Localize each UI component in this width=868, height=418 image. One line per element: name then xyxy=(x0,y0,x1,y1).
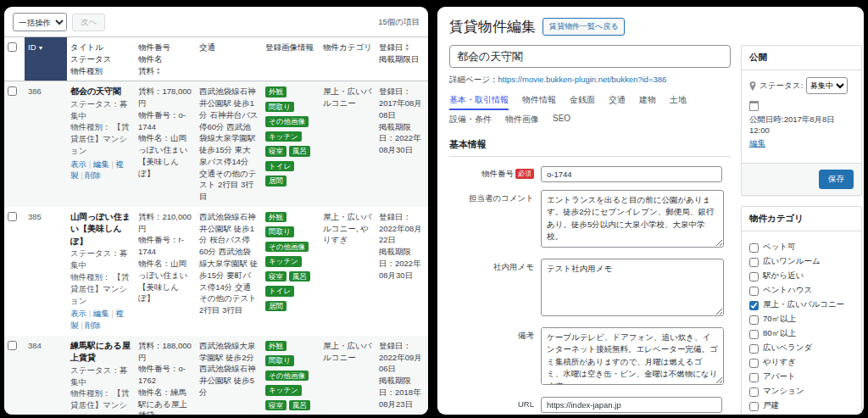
category-item-0[interactable]: ペット可 xyxy=(749,242,854,253)
row-checkbox[interactable] xyxy=(8,341,17,350)
category-item-11[interactable]: 戸建 xyxy=(749,400,854,411)
section-title: 基本情報 xyxy=(449,138,731,157)
category-checkbox[interactable] xyxy=(749,272,759,281)
image-tag-badge: 風呂 xyxy=(289,146,310,157)
category-checkbox[interactable] xyxy=(749,301,759,310)
category-item-1[interactable]: 広いワンルーム xyxy=(749,256,854,267)
row-deadline: 掲載期限日：2022年08月30日 xyxy=(379,121,425,156)
publish-box: 公開 ステータス: 募集中 公開日時:2017年8月8日 12:00 編集 xyxy=(741,45,862,196)
row-id: 385 xyxy=(25,207,67,336)
row-rent: 賃料：178,000円 xyxy=(138,86,192,109)
category-label: 70㎡以上 xyxy=(763,314,796,325)
row-action-link[interactable]: 削除 xyxy=(85,170,101,180)
staff-comment-textarea[interactable]: エントランスを出ると目の前に公園があります。徒歩2分にセブンイレブン、郵便局、銀… xyxy=(541,190,724,248)
category-item-8[interactable]: やりすぎ xyxy=(749,357,854,368)
row-type: 物件種別： 【賃貸居住】マンション xyxy=(70,387,131,415)
row-action-link[interactable]: 編集 xyxy=(93,159,114,169)
category-label: やりすぎ xyxy=(763,357,796,368)
row-checkbox[interactable] xyxy=(8,212,17,221)
row-registered: 登録日：2022年09月06日 xyxy=(379,340,425,375)
image-tag-badge: 寝室 xyxy=(265,271,287,282)
tab-1[interactable]: 物件情報 xyxy=(522,94,556,110)
publish-box-title: 公開 xyxy=(742,46,861,70)
table-header-row: ID▼ タイトル ステータス 物件種別 物件番号 物件名 賃料▲▼ 交通 登録画… xyxy=(4,37,428,81)
image-tag-badge: その他画像 xyxy=(265,242,309,253)
sort-desc-icon: ▼ xyxy=(38,45,44,51)
table-row: 385山岡っぽい住まい【美味しんぼ】ステータス：募集中物件種別： 【賃貸居住】マ… xyxy=(4,207,428,336)
category-checkbox[interactable] xyxy=(749,373,759,382)
column-header-id[interactable]: ID▼ xyxy=(25,37,67,81)
category-item-3[interactable]: ペントハウス xyxy=(749,285,854,296)
category-checkbox[interactable] xyxy=(749,359,759,368)
bulk-action-select[interactable]: 一括操作 xyxy=(13,13,67,31)
category-label: 80㎡以上 xyxy=(763,328,796,339)
select-all-checkbox[interactable] xyxy=(8,42,17,52)
row-category: 屋上・広いバルコニー xyxy=(320,81,376,207)
tab-2[interactable]: 金銭面 xyxy=(570,94,595,110)
row-title: 都会の天守閣 xyxy=(70,86,131,98)
category-checkbox[interactable] xyxy=(749,344,759,354)
edit-datetime-link[interactable]: 編集 xyxy=(749,138,765,149)
next-page-button[interactable]: 次へ xyxy=(72,14,105,31)
list-toolbar: 一括操作 次へ 15個の項目 xyxy=(4,7,428,36)
row-number: 物件番号：o-1762 xyxy=(138,363,192,387)
image-tag-badge: キッチン xyxy=(265,385,302,396)
row-action-link[interactable]: 表示 xyxy=(70,159,91,169)
category-item-10[interactable]: マンション xyxy=(749,386,854,397)
row-type: 物件種別： 【賃貸居住】マンション xyxy=(70,271,131,306)
required-badge: 必須 xyxy=(515,169,534,179)
tab-6[interactable]: 設備・条件 xyxy=(449,114,492,128)
tab-0[interactable]: 基本・取引情報 xyxy=(449,94,509,110)
row-actions: 表示 編集 複製 削除 xyxy=(70,308,131,332)
category-checkbox[interactable] xyxy=(749,315,759,325)
image-tag-badge: 居間 xyxy=(265,176,287,187)
sort-rent[interactable]: 賃料 xyxy=(138,66,154,75)
tab-4[interactable]: 建物 xyxy=(639,94,656,110)
property-number-input[interactable] xyxy=(541,166,722,182)
detail-page-link[interactable]: https://movie.bukken-plugin.net/bukken?i… xyxy=(498,75,666,84)
image-tag-badge: 外観 xyxy=(265,212,287,223)
row-image-tags: 外観間取りその他画像キッチン寝室風呂トイレ居間 xyxy=(262,336,320,415)
row-deadline: 掲載期限日：2022年08月30日 xyxy=(379,246,425,281)
status-label: ステータス: xyxy=(760,81,803,92)
row-id: 386 xyxy=(25,81,67,207)
tab-5[interactable]: 土地 xyxy=(670,94,687,110)
tab-7[interactable]: 物件画像 xyxy=(505,114,539,128)
sort-date[interactable]: 登録日 xyxy=(379,42,403,52)
category-checkbox[interactable] xyxy=(749,287,759,296)
row-title: 練馬駅にある屋上賃貸 xyxy=(70,340,131,365)
tab-bar: 基本・取引情報物件情報金銭面交通建物土地設備・条件物件画像SEO xyxy=(449,94,731,128)
back-to-list-button[interactable]: 賃貸物件一覧へ戻る xyxy=(542,18,625,36)
save-button[interactable]: 保存 xyxy=(819,170,854,189)
image-tag-badge: その他画像 xyxy=(265,116,309,127)
row-checkbox[interactable] xyxy=(8,86,17,96)
category-item-5[interactable]: 70㎡以上 xyxy=(749,314,854,325)
category-label: 広いワンルーム xyxy=(763,256,821,267)
row-action-link[interactable]: 編集 xyxy=(93,309,114,318)
category-item-7[interactable]: 広いベランダ xyxy=(749,343,854,354)
property-title-input[interactable] xyxy=(449,45,731,68)
row-action-link[interactable]: 削除 xyxy=(85,320,101,330)
category-item-6[interactable]: 80㎡以上 xyxy=(749,328,854,339)
category-checkbox[interactable] xyxy=(749,243,759,253)
url-input[interactable] xyxy=(541,397,722,413)
tab-8[interactable]: SEO xyxy=(553,114,570,128)
note-textarea[interactable]: ケーブルテレビ、ドアフォン、追い炊き、インターネット接続無料。エレベーター完備。… xyxy=(541,327,724,385)
category-item-9[interactable]: アパート xyxy=(749,371,854,382)
calendar-icon xyxy=(749,101,759,111)
category-checkbox[interactable] xyxy=(749,402,759,411)
category-checkbox[interactable] xyxy=(749,330,759,339)
row-registered: 登録日：2022年08月22日 xyxy=(379,211,425,246)
tab-3[interactable]: 交通 xyxy=(609,94,626,110)
table-row: 386都会の天守閣ステータス：募集中物件種別： 【賃貸居住】マンション表示 編集… xyxy=(4,81,428,207)
internal-memo-textarea[interactable]: テスト社内用メモ xyxy=(541,259,724,316)
category-checkbox[interactable] xyxy=(749,387,759,397)
status-select[interactable]: 募集中 xyxy=(806,77,848,94)
category-item-2[interactable]: 駅から近い xyxy=(749,270,854,281)
row-action-link[interactable]: 表示 xyxy=(70,309,91,318)
category-label: ペントハウス xyxy=(763,285,812,296)
field-url: URL xyxy=(449,396,731,413)
image-tag-badge: 外観 xyxy=(265,341,287,352)
category-item-4[interactable]: 屋上・広いバルコニー xyxy=(749,299,854,310)
category-checkbox[interactable] xyxy=(749,258,759,267)
